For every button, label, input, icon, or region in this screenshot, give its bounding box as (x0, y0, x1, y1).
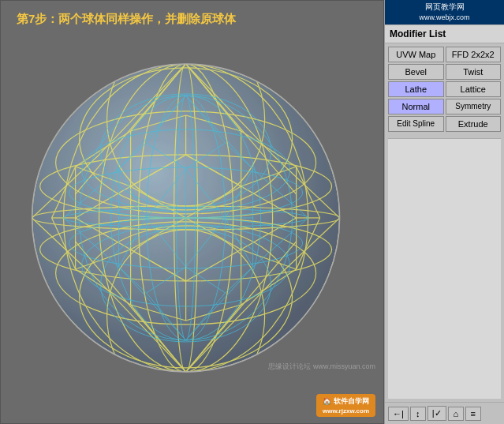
bottom-toolbar: ←| ↕ |✓ ⌂ ≡ (385, 402, 504, 424)
modifier-list-title: Modifier List (385, 24, 504, 43)
mod-btn-symmetry[interactable]: Symmetry (446, 99, 502, 114)
mod-btn-normal[interactable]: Normal (388, 99, 444, 114)
toolbar-btn-home[interactable]: ⌂ (448, 407, 464, 421)
banner-line1: 网页教学网 (388, 2, 501, 13)
mod-btn-twist[interactable]: Twist (446, 64, 502, 80)
mod-btn-edit-spline[interactable]: Edit Spline (388, 116, 444, 132)
modifier-list-area (388, 138, 501, 399)
mod-btn-ffd[interactable]: FFD 2x2x2 (446, 47, 502, 62)
modifier-list-inner (388, 139, 501, 145)
toolbar-btn-back[interactable]: ←| (388, 407, 409, 421)
mod-btn-lathe[interactable]: Lathe (388, 81, 444, 97)
sphere-svg (20, 51, 351, 383)
step-label: 第7步：两个球体同样操作，并删除原球体 (17, 12, 236, 27)
logo-bottom: 🏠 软件自学网www.rjzxw.com (316, 394, 375, 417)
mod-btn-lattice[interactable]: Lattice (446, 81, 502, 97)
main-viewport: 第7步：两个球体同样操作，并删除原球体 (0, 0, 384, 424)
watermark-center: 思缘设计论坛 www.missyuan.com (268, 362, 375, 372)
toolbar-btn-check[interactable]: |✓ (427, 406, 446, 421)
mod-btn-extrude[interactable]: Extrude (446, 116, 502, 132)
logo-text: 🏠 软件自学网www.rjzxw.com (323, 397, 369, 415)
right-panel: 网页教学网 www.webjx.com Modifier List UVW Ma… (384, 0, 504, 424)
toolbar-btn-menu[interactable]: ≡ (465, 407, 481, 421)
toolbar-btn-updown[interactable]: ↕ (410, 407, 426, 421)
sphere-canvas (20, 51, 351, 385)
mod-btn-bevel[interactable]: Bevel (388, 64, 444, 80)
mod-btn-uvw-map[interactable]: UVW Map (388, 47, 444, 62)
top-banner: 网页教学网 www.webjx.com (385, 0, 504, 24)
watermark-line1: 思缘设计论坛 www.missyuan.com (268, 362, 375, 372)
modifier-buttons-grid: UVW Map FFD 2x2x2 Bevel Twist Lathe Latt… (385, 43, 504, 135)
banner-line2: www.webjx.com (388, 13, 501, 23)
